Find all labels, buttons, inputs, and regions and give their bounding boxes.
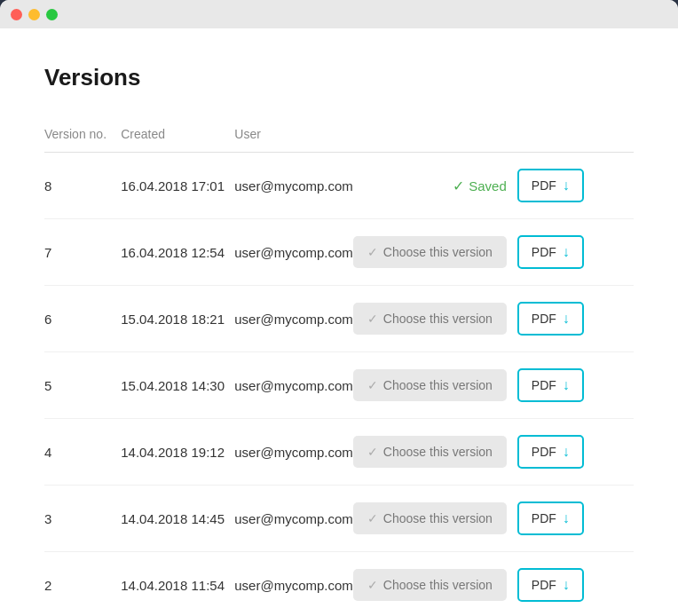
table-row: 615.04.2018 18:21user@mycomp.com✓Choose … (44, 286, 634, 352)
col-header-action (353, 118, 584, 153)
action-container: ✓SavedPDF↓ (353, 169, 584, 202)
version-user: user@mycomp.com (234, 286, 353, 352)
check-icon: ✓ (367, 245, 378, 259)
download-icon: ↓ (563, 244, 570, 260)
table-row: 716.04.2018 12:54user@mycomp.com✓Choose … (44, 219, 634, 286)
action-container: ✓Choose this versionPDF↓ (353, 568, 584, 602)
check-icon: ✓ (367, 511, 378, 525)
titlebar (0, 0, 678, 28)
pdf-download-button[interactable]: PDF↓ (517, 568, 584, 602)
version-number: 6 (44, 286, 121, 352)
choose-version-label: Choose this version (383, 378, 493, 392)
table-row: 414.04.2018 19:12user@mycomp.com✓Choose … (44, 419, 634, 486)
pdf-download-button[interactable]: PDF↓ (517, 302, 584, 336)
version-action-cell: ✓Choose this versionPDF↓ (353, 419, 584, 486)
action-container: ✓Choose this versionPDF↓ (353, 368, 584, 402)
check-icon: ✓ (367, 378, 378, 392)
pdf-label: PDF (532, 378, 556, 392)
saved-label: Saved (469, 178, 507, 193)
version-action-cell: ✓Choose this versionPDF↓ (353, 219, 584, 286)
pdf-download-button[interactable]: PDF↓ (517, 235, 584, 269)
col-header-created: Created (121, 118, 234, 153)
version-user: user@mycomp.com (234, 352, 353, 419)
col-header-pdf (584, 118, 634, 153)
download-icon: ↓ (563, 311, 570, 327)
download-icon: ↓ (563, 377, 570, 393)
choose-version-button[interactable]: ✓Choose this version (353, 502, 507, 534)
version-created: 16.04.2018 12:54 (121, 219, 234, 286)
version-user: user@mycomp.com (234, 219, 353, 286)
app-window: Versions Version no. Created User 816.04… (0, 0, 678, 616)
pdf-download-button[interactable]: PDF↓ (517, 501, 584, 535)
check-icon: ✓ (367, 445, 378, 459)
action-container: ✓Choose this versionPDF↓ (353, 235, 584, 269)
pdf-label: PDF (532, 511, 556, 525)
download-icon: ↓ (563, 510, 570, 526)
download-icon: ↓ (563, 178, 570, 193)
download-icon: ↓ (563, 577, 570, 593)
main-content: Versions Version no. Created User 816.04… (0, 28, 678, 616)
version-user: user@mycomp.com (234, 419, 353, 486)
pdf-label: PDF (532, 245, 556, 259)
version-created: 14.04.2018 14:45 (121, 486, 234, 552)
pdf-label: PDF (532, 578, 556, 592)
choose-version-button[interactable]: ✓Choose this version (353, 569, 507, 601)
check-icon: ✓ (367, 312, 378, 326)
close-button[interactable] (11, 9, 22, 20)
version-number: 2 (44, 552, 121, 617)
version-number: 4 (44, 419, 121, 486)
version-number: 8 (44, 153, 121, 219)
maximize-button[interactable] (46, 9, 58, 20)
table-row: 816.04.2018 17:01user@mycomp.com✓SavedPD… (44, 153, 634, 219)
version-number: 5 (44, 352, 121, 419)
check-icon: ✓ (453, 178, 464, 194)
pdf-label: PDF (532, 445, 556, 459)
version-user: user@mycomp.com (234, 486, 353, 552)
version-created: 14.04.2018 11:54 (121, 552, 234, 617)
choose-version-label: Choose this version (383, 445, 493, 459)
choose-version-label: Choose this version (383, 312, 493, 326)
version-created: 16.04.2018 17:01 (121, 153, 234, 219)
choose-version-button[interactable]: ✓Choose this version (353, 236, 507, 268)
download-icon: ↓ (563, 444, 570, 460)
table-row: 314.04.2018 14:45user@mycomp.com✓Choose … (44, 486, 634, 552)
table-row: 214.04.2018 11:54user@mycomp.com✓Choose … (44, 552, 634, 617)
choose-version-button[interactable]: ✓Choose this version (353, 303, 507, 335)
version-user: user@mycomp.com (234, 552, 353, 617)
saved-badge: ✓Saved (453, 178, 507, 194)
version-action-cell: ✓Choose this versionPDF↓ (353, 286, 584, 352)
choose-version-label: Choose this version (383, 245, 493, 259)
table-row: 515.04.2018 14:30user@mycomp.com✓Choose … (44, 352, 634, 419)
action-container: ✓Choose this versionPDF↓ (353, 302, 584, 336)
action-container: ✓Choose this versionPDF↓ (353, 435, 584, 469)
choose-version-button[interactable]: ✓Choose this version (353, 369, 507, 401)
minimize-button[interactable] (28, 9, 40, 20)
versions-table: Version no. Created User 816.04.2018 17:… (44, 118, 634, 616)
version-action-cell: ✓Choose this versionPDF↓ (353, 352, 584, 419)
col-header-version: Version no. (44, 118, 121, 153)
action-container: ✓Choose this versionPDF↓ (353, 501, 584, 535)
version-number: 7 (44, 219, 121, 286)
pdf-download-button[interactable]: PDF↓ (517, 169, 584, 202)
choose-version-button[interactable]: ✓Choose this version (353, 436, 507, 468)
choose-version-label: Choose this version (383, 511, 493, 525)
pdf-download-button[interactable]: PDF↓ (517, 368, 584, 402)
pdf-label: PDF (532, 312, 556, 326)
choose-version-label: Choose this version (383, 578, 493, 592)
version-action-cell: ✓SavedPDF↓ (353, 153, 584, 219)
version-action-cell: ✓Choose this versionPDF↓ (353, 552, 584, 617)
page-title: Versions (44, 64, 634, 91)
version-number: 3 (44, 486, 121, 552)
version-created: 14.04.2018 19:12 (121, 419, 234, 486)
table-header-row: Version no. Created User (44, 118, 634, 153)
check-icon: ✓ (367, 578, 378, 592)
version-created: 15.04.2018 14:30 (121, 352, 234, 419)
col-header-user: User (234, 118, 353, 153)
version-created: 15.04.2018 18:21 (121, 286, 234, 352)
pdf-label: PDF (532, 178, 556, 193)
pdf-download-button[interactable]: PDF↓ (517, 435, 584, 469)
version-user: user@mycomp.com (234, 153, 353, 219)
version-action-cell: ✓Choose this versionPDF↓ (353, 486, 584, 552)
